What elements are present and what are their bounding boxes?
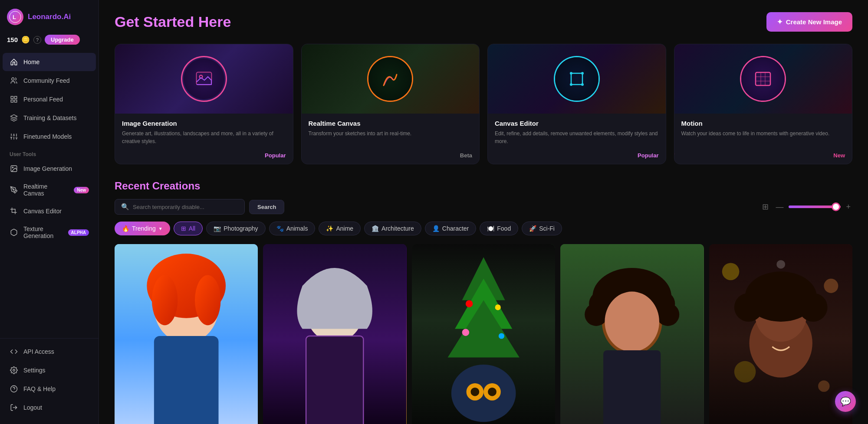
page-title: Get Started Here [115, 13, 231, 30]
pen-tool-icon [10, 186, 18, 194]
image-card-4[interactable] [709, 244, 852, 424]
card-motion-icon [741, 57, 785, 101]
svg-marker-7 [11, 115, 17, 118]
page-header: Get Started Here ✦ Create New Image [115, 12, 852, 32]
sidebar-item-realtime-label: Realtime Canvas [23, 183, 67, 197]
svg-point-21 [11, 386, 17, 392]
card-realtime-bg [302, 44, 480, 114]
card-image-gen-desc: Generate art, illustrations, landscapes … [122, 130, 286, 145]
logout-icon [10, 403, 18, 412]
feature-cards-grid: Image Generation Generate art, illustrat… [115, 44, 852, 164]
card-image-gen-bg [115, 44, 293, 114]
credits-count: 150 [7, 36, 18, 43]
svg-point-73 [818, 380, 829, 391]
search-button[interactable]: Search [249, 200, 284, 214]
feature-card-motion[interactable]: Motion Watch your ideas come to life in … [674, 44, 853, 164]
sidebar-item-api-label: API Access [23, 348, 54, 355]
card-canvas-bg [488, 44, 666, 114]
chat-bubble[interactable]: 💬 [835, 391, 856, 412]
search-magnifier-icon: 🔍 [121, 203, 129, 211]
sidebar-item-faq-label: FAQ & Help [23, 385, 56, 392]
svg-point-67 [605, 292, 660, 352]
filter-chip-trending[interactable]: 🔥 Trending ▼ [115, 222, 170, 235]
svg-point-65 [585, 303, 608, 326]
credits-help[interactable]: ? [33, 36, 41, 44]
filter-chip-food[interactable]: 🍽️ Food [480, 222, 518, 235]
card-canvas-tag: Popular [638, 152, 658, 159]
slider-thumb [833, 204, 839, 210]
zoom-slider[interactable] [789, 205, 841, 208]
card-motion-title: Motion [681, 120, 845, 127]
svg-rect-68 [603, 350, 661, 424]
image-card-0[interactable] [115, 244, 258, 424]
card-image-gen-title: Image Generation [122, 120, 286, 127]
sidebar-item-settings[interactable]: Settings [3, 361, 96, 379]
sidebar-item-canvas-editor[interactable]: Canvas Editor [3, 202, 96, 220]
anime-icon: ✨ [326, 225, 333, 232]
sidebar-item-logout[interactable]: Logout [3, 398, 96, 417]
card-realtime-icon [368, 57, 412, 101]
image-card-2[interactable] [412, 244, 555, 424]
sidebar-item-settings-label: Settings [23, 367, 46, 374]
minus-button[interactable]: — [774, 201, 785, 213]
feature-card-image-generation[interactable]: Image Generation Generate art, illustrat… [115, 44, 293, 164]
sidebar-item-texture-label: Texture Generation [23, 225, 61, 239]
image-icon [10, 164, 18, 173]
image-card-1[interactable] [263, 244, 406, 424]
card-realtime-tag: Beta [460, 152, 472, 159]
sidebar-item-faq[interactable]: FAQ & Help [3, 380, 96, 398]
svg-rect-5 [11, 100, 13, 102]
svg-point-29 [581, 72, 584, 75]
sidebar-item-community-feed[interactable]: Community Feed [3, 72, 96, 90]
svg-point-2 [12, 78, 14, 80]
sidebar-item-image-generation[interactable]: Image Generation [3, 160, 96, 178]
feature-card-canvas-editor[interactable]: Canvas Editor Edit, refine, add details,… [487, 44, 666, 164]
filter-chip-all[interactable]: ⊞ All [174, 222, 203, 235]
filter-chip-animals[interactable]: 🐾 Animals [269, 222, 316, 235]
sidebar-item-personal-feed[interactable]: Personal Feed [3, 90, 96, 108]
sidebar-item-api[interactable]: API Access [3, 342, 96, 361]
card-realtime-body: Realtime Canvas Transform your sketches … [302, 114, 480, 152]
sidebar-item-canvas-label: Canvas Editor [23, 208, 62, 215]
sidebar-item-home[interactable]: Home [3, 53, 96, 71]
plus-button[interactable]: + [844, 201, 852, 213]
filter-chip-architecture[interactable]: 🏛️ Architecture [364, 222, 421, 235]
card-image-gen-tag: Popular [265, 152, 286, 159]
feature-card-realtime-canvas[interactable]: Realtime Canvas Transform your sketches … [301, 44, 480, 164]
svg-point-42 [195, 275, 220, 326]
logo-text: Leonardo.Ai [28, 13, 71, 21]
search-input[interactable] [133, 204, 238, 210]
all-grid-icon: ⊞ [181, 225, 186, 232]
sidebar-item-texture[interactable]: Texture Generation ALPHA [3, 221, 96, 244]
home-icon [10, 58, 18, 66]
main-content: Get Started Here ✦ Create New Image [99, 0, 868, 424]
svg-point-72 [734, 361, 756, 383]
filter-chip-anime[interactable]: ✨ Anime [319, 222, 361, 235]
svg-rect-32 [756, 72, 770, 85]
create-new-image-button[interactable]: ✦ Create New Image [766, 12, 852, 32]
svg-point-30 [570, 83, 572, 86]
sidebar-bottom: API Access Settings FAQ & Help Logout [0, 338, 99, 424]
sidebar-item-home-label: Home [23, 59, 39, 65]
filter-chip-character[interactable]: 👤 Character [425, 222, 476, 235]
sidebar-item-finetuned-label: Finetuned Models [23, 133, 72, 140]
filter-chip-photography[interactable]: 📷 Photography [206, 222, 265, 235]
svg-point-54 [499, 333, 504, 339]
layers-icon [10, 114, 18, 122]
svg-point-18 [12, 167, 13, 168]
chat-icon: 💬 [840, 396, 851, 407]
svg-rect-27 [571, 73, 582, 85]
sidebar-item-finetuned[interactable]: Finetuned Models [3, 127, 96, 146]
sidebar-item-realtime-canvas[interactable]: Realtime Canvas New [3, 178, 96, 202]
filter-chip-scifi[interactable]: 🚀 Sci-Fi [522, 222, 562, 235]
user-tools-label: User Tools [0, 146, 99, 159]
image-card-3[interactable] [560, 244, 704, 424]
sidebar-item-personal-label: Personal Feed [23, 96, 63, 103]
search-input-wrap[interactable]: 🔍 [115, 199, 245, 215]
slider-track [789, 205, 841, 208]
svg-point-58 [470, 388, 479, 396]
logo[interactable]: L Leonardo.Ai [0, 0, 99, 31]
grid-view-button[interactable]: ⊞ [760, 200, 770, 213]
upgrade-button[interactable]: Upgrade [45, 35, 80, 45]
sidebar-item-training[interactable]: Training & Datasets [3, 109, 96, 127]
